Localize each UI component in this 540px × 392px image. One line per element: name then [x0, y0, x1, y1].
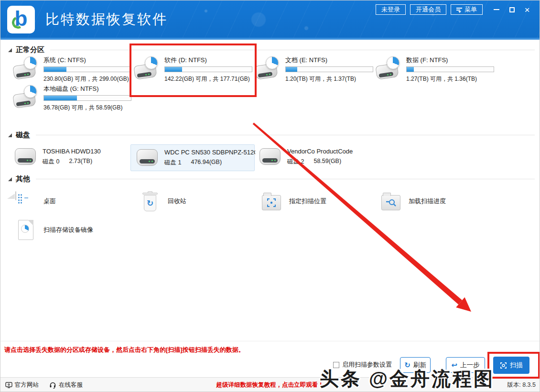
partition-usage-bar: [43, 95, 131, 101]
menu-icon: [456, 8, 462, 12]
other-item-scan-location[interactable]: 指定扫描位置: [260, 190, 326, 213]
partition-item-g[interactable]: 本地磁盘 (G: NTFS) 36.78(GB) 可用，共 58.59(GB): [13, 85, 130, 112]
folder-search-icon: [380, 193, 402, 210]
back-arrow-icon: ↩: [451, 361, 457, 369]
app-window: b 比特数据恢复软件 未登录 开通会员 菜单 × 正常分区: [0, 0, 540, 392]
section-header-partitions: 正常分区: [8, 45, 535, 54]
disk-item-1[interactable]: WDC PC SN530 SDBPNPZ-512G-1 磁盘 1 476.94(…: [130, 144, 255, 171]
section-header-disks: 磁盘: [8, 131, 535, 140]
partition-name: 文档 (E: NTFS): [285, 56, 373, 65]
refresh-button[interactable]: ↻ 刷新: [400, 357, 431, 373]
disk-label: 磁盘 0: [43, 158, 59, 166]
partition-usage-bar: [406, 66, 494, 72]
scan-button[interactable]: 扫描: [493, 357, 529, 374]
other-item-device-image[interactable]: 扫描存储设备镜像: [15, 218, 93, 241]
partition-disk-icon: [255, 56, 281, 80]
scan-icon: [500, 362, 507, 369]
disk-item-2[interactable]: VendorCo ProductCode 磁盘 2 58.59(GB): [259, 148, 353, 166]
checkbox-box[interactable]: [333, 362, 339, 368]
scan-params-checkbox[interactable]: 启用扫描参数设置: [333, 360, 392, 369]
disk-item-0[interactable]: TOSHIBA HDWD130 磁盘 0 2.73(TB): [14, 148, 101, 166]
disk-label: 磁盘 1: [164, 159, 181, 167]
other-item-label: 扫描存储设备镜像: [43, 226, 93, 234]
other-item-label: 桌面: [43, 197, 56, 206]
desktop-icon: [15, 192, 37, 211]
app-logo-icon: b: [7, 6, 35, 33]
status-bar: 官方网站 在线客服 超级详细数据恢复教程，点击立即观看！ 版本: 8.3.5: [0, 377, 540, 392]
hint-text: 请点击选择丢失数据的分区或存储设备，然后点击右下角的[扫描]按钮扫描丢失的数据。: [4, 346, 245, 354]
tutorial-link[interactable]: 超级详细数据恢复教程，点击立即观看！: [216, 378, 324, 392]
partition-name: 数据 (F: NTFS): [406, 56, 494, 65]
partition-item-f[interactable]: 数据 (F: NTFS) 1.27(TB) 可用，共 1.36(TB): [376, 56, 493, 83]
partition-size-info: 1.20(TB) 可用，共 1.37(TB): [285, 75, 373, 83]
headset-icon: [49, 381, 56, 389]
bottom-divider: [0, 341, 540, 341]
maximize-icon: [509, 7, 515, 12]
section-header-others: 其他: [8, 174, 535, 184]
online-support-link[interactable]: 在线客服: [49, 378, 83, 392]
version-label: 版本: 8.3.5: [507, 378, 536, 392]
other-item-label: 指定扫描位置: [289, 197, 326, 206]
other-item-label: 加载扫描进度: [409, 197, 446, 206]
vip-button[interactable]: 开通会员: [410, 4, 446, 15]
disk-size: 476.94(GB): [191, 159, 222, 167]
collapse-triangle-icon[interactable]: [8, 133, 12, 137]
official-website-link[interactable]: 官方网站: [5, 378, 39, 392]
menu-button[interactable]: 菜单: [451, 4, 483, 15]
minimize-icon: [494, 9, 499, 10]
app-title: 比特数据恢复软件: [45, 0, 168, 38]
partition-name: 软件 (D: NTFS): [164, 56, 252, 65]
partition-size-info: 230.80(GB) 可用，共 299.00(GB): [43, 75, 131, 83]
disk-name: WDC PC SN530 SDBPNPZ-512G-1: [164, 149, 255, 156]
partition-disk-icon: [13, 56, 40, 80]
other-item-desktop[interactable]: 桌面: [15, 190, 56, 213]
close-button[interactable]: ×: [520, 4, 534, 15]
folder-target-icon: [260, 193, 282, 210]
disk-name: VendorCo ProductCode: [287, 148, 353, 155]
login-button[interactable]: 未登录: [376, 4, 406, 15]
partition-disk-icon: [134, 56, 161, 80]
website-icon: [5, 382, 12, 388]
minimize-button[interactable]: [490, 4, 503, 15]
disk-size: 58.59(GB): [313, 158, 341, 166]
partition-name: 系统 (C: NTFS): [43, 56, 131, 65]
partition-usage-bar: [43, 66, 131, 72]
section-divider: [50, 50, 535, 50]
disk-size: 2.73(TB): [69, 158, 92, 166]
disk-icon: [136, 149, 159, 167]
disk-name: TOSHIBA HDWD130: [43, 148, 101, 155]
partition-item-e[interactable]: 文档 (E: NTFS) 1.20(TB) 可用，共 1.37(TB): [255, 56, 372, 83]
other-item-label: 回收站: [168, 197, 186, 206]
disk-icon: [259, 148, 281, 166]
checkbox-label: 启用扫描参数设置: [342, 360, 392, 369]
recycle-bin-icon: ↻: [139, 191, 161, 211]
other-item-load-progress[interactable]: 加载扫描进度: [380, 190, 446, 213]
disk-image-file-icon: [15, 220, 37, 240]
partition-item-d[interactable]: 软件 (D: NTFS) 142.22(GB) 可用，共 177.71(GB): [134, 56, 251, 83]
maximize-button[interactable]: [505, 4, 518, 15]
partition-usage-bar: [285, 66, 373, 72]
collapse-triangle-icon[interactable]: [8, 177, 12, 181]
disk-icon: [14, 148, 37, 166]
disk-label: 磁盘 2: [287, 158, 304, 166]
titlebar-controls: 未登录 开通会员 菜单 ×: [376, 4, 534, 15]
partition-name: 本地磁盘 (G: NTFS): [43, 85, 131, 93]
partition-disk-icon: [376, 56, 402, 80]
back-button[interactable]: ↩ 上一步: [446, 357, 485, 373]
partition-usage-bar: [164, 66, 252, 72]
section-divider: [36, 135, 535, 135]
partition-size-info: 142.22(GB) 可用，共 177.71(GB): [164, 75, 252, 83]
other-item-recycle-bin[interactable]: ↻ 回收站: [139, 190, 186, 213]
partition-size-info: 1.27(TB) 可用，共 1.36(TB): [406, 75, 494, 83]
section-divider: [36, 179, 535, 179]
partition-disk-icon: [13, 85, 40, 109]
title-bar: b 比特数据恢复软件 未登录 开通会员 菜单 ×: [0, 0, 540, 40]
partition-size-info: 36.78(GB) 可用，共 58.59(GB): [43, 104, 131, 112]
partition-item-c[interactable]: 系统 (C: NTFS) 230.80(GB) 可用，共 299.00(GB): [13, 56, 130, 83]
collapse-triangle-icon[interactable]: [8, 48, 12, 52]
refresh-icon: ↻: [404, 361, 410, 369]
